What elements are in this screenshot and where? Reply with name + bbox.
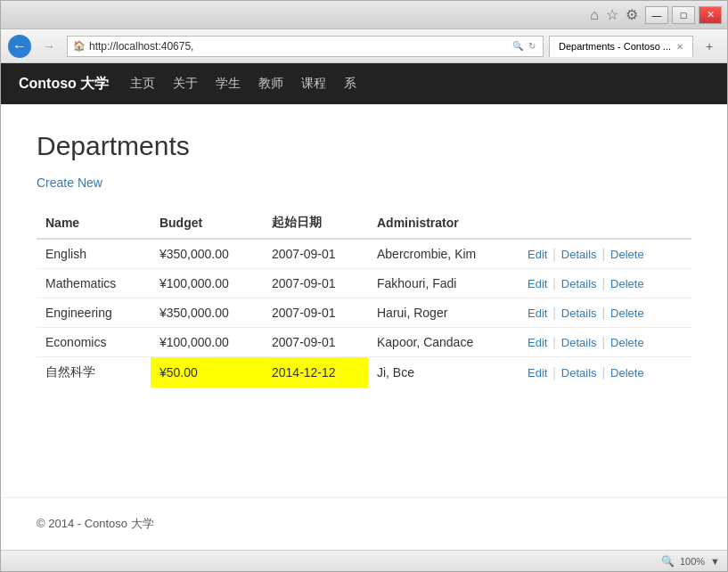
favorites-icon[interactable]: ☆ xyxy=(606,6,618,23)
title-bar: ⌂ ☆ ⚙ — □ ✕ xyxy=(1,1,727,29)
cell-name: Engineering xyxy=(37,298,151,328)
footer-text: © 2014 - Contoso 大学 xyxy=(37,517,154,530)
settings-icon[interactable]: ⚙ xyxy=(626,6,638,23)
cell-actions: Edit | Details | Delete xyxy=(519,357,691,388)
tab-close-button[interactable]: ✕ xyxy=(676,42,683,52)
cell-name: Mathematics xyxy=(37,269,151,298)
back-button[interactable]: ← xyxy=(8,35,31,58)
cell-actions: Edit | Details | Delete xyxy=(519,298,691,328)
edit-link[interactable]: Edit xyxy=(528,306,547,320)
cell-admin: Fakhouri, Fadi xyxy=(368,269,519,298)
action-separator: | xyxy=(599,335,609,349)
table-row: Engineering¥350,000.002007-09-01Harui, R… xyxy=(37,298,691,328)
footer: © 2014 - Contoso 大学 xyxy=(1,497,727,550)
tab-label: Departments - Contoso ... xyxy=(559,41,671,52)
cell-admin: Ji, Bce xyxy=(368,357,519,388)
nav-link-about[interactable]: 关于 xyxy=(173,76,198,92)
delete-link[interactable]: Delete xyxy=(610,248,644,261)
table-row: Economics¥100,000.002007-09-01Kapoor, Ca… xyxy=(37,328,691,357)
cell-name: Economics xyxy=(37,328,151,357)
action-separator: | xyxy=(549,306,559,320)
nav-link-courses[interactable]: 课程 xyxy=(301,76,326,92)
browser-toolbar-icons: ⌂ ☆ ⚙ xyxy=(583,6,645,23)
cell-name: 自然科学 xyxy=(37,357,151,388)
details-link[interactable]: Details xyxy=(561,366,597,380)
edit-link[interactable]: Edit xyxy=(528,277,547,290)
navigation-bar: Contoso 大学 主页 关于 学生 教师 课程 系 xyxy=(1,63,727,104)
forward-button[interactable]: → xyxy=(37,36,61,57)
cell-date: 2007-09-01 xyxy=(263,298,368,328)
cell-date: 2014-12-12 xyxy=(263,357,368,388)
table-row: English¥350,000.002007-09-01Abercrombie,… xyxy=(37,239,691,269)
table-row: Mathematics¥100,000.002007-09-01Fakhouri… xyxy=(37,269,691,298)
cell-name: English xyxy=(37,239,151,269)
main-content: Departments Create New Name Budget 起始日期 … xyxy=(1,104,727,488)
zoom-level[interactable]: 100% xyxy=(680,556,705,567)
nav-link-home[interactable]: 主页 xyxy=(130,76,155,92)
cell-admin: Kapoor, Candace xyxy=(368,328,519,357)
cell-actions: Edit | Details | Delete xyxy=(519,269,691,298)
active-tab[interactable]: Departments - Contoso ... ✕ xyxy=(549,36,693,57)
edit-link[interactable]: Edit xyxy=(528,336,547,349)
address-bar: ← → 🏠 http://localhost:40675, 🔍 ↻ Depart… xyxy=(1,29,727,63)
action-separator: | xyxy=(549,365,559,380)
details-link[interactable]: Details xyxy=(561,336,597,349)
create-new-link[interactable]: Create New xyxy=(37,176,102,190)
action-separator: | xyxy=(549,276,559,290)
nav-links: 主页 关于 学生 教师 课程 系 xyxy=(130,76,356,92)
url-text: http://localhost:40675, xyxy=(89,40,507,53)
url-input[interactable]: 🏠 http://localhost:40675, 🔍 ↻ xyxy=(67,36,544,57)
details-link[interactable]: Details xyxy=(561,306,597,320)
new-tab-button[interactable]: + xyxy=(699,36,720,57)
maximize-button[interactable]: □ xyxy=(672,6,695,24)
details-link[interactable]: Details xyxy=(561,277,597,290)
action-separator: | xyxy=(599,247,609,261)
col-header-admin: Administrator xyxy=(368,208,519,239)
cell-budget: ¥100,000.00 xyxy=(151,328,263,357)
table-row: 自然科学¥50.002014-12-12Ji, BceEdit | Detail… xyxy=(37,357,691,388)
departments-table: Name Budget 起始日期 Administrator English¥3… xyxy=(37,208,691,388)
action-separator: | xyxy=(599,276,609,290)
details-link[interactable]: Details xyxy=(561,248,597,261)
cell-date: 2007-09-01 xyxy=(263,239,368,269)
nav-link-teachers[interactable]: 教师 xyxy=(258,76,283,92)
page-content: Contoso 大学 主页 关于 学生 教师 课程 系 Departments … xyxy=(1,63,727,550)
cell-budget: ¥350,000.00 xyxy=(151,239,263,269)
nav-brand: Contoso 大学 xyxy=(19,75,109,94)
col-header-name: Name xyxy=(37,208,151,239)
cell-budget: ¥100,000.00 xyxy=(151,269,263,298)
action-separator: | xyxy=(599,306,609,320)
edit-link[interactable]: Edit xyxy=(528,248,547,261)
close-button[interactable]: ✕ xyxy=(699,6,722,24)
delete-link[interactable]: Delete xyxy=(610,336,644,349)
zoom-icon: 🔍 xyxy=(661,555,675,568)
delete-link[interactable]: Delete xyxy=(610,306,644,320)
cell-date: 2007-09-01 xyxy=(263,269,368,298)
cell-admin: Abercrombie, Kim xyxy=(368,239,519,269)
home-icon[interactable]: ⌂ xyxy=(590,7,599,23)
col-header-budget: Budget xyxy=(151,208,263,239)
page-icon: 🏠 xyxy=(73,40,86,52)
refresh-icon[interactable]: ↻ xyxy=(527,41,537,51)
delete-link[interactable]: Delete xyxy=(610,366,644,380)
cell-actions: Edit | Details | Delete xyxy=(519,328,691,357)
col-header-actions xyxy=(519,208,691,239)
zoom-dropdown-icon[interactable]: ▼ xyxy=(710,556,720,567)
action-separator: | xyxy=(549,247,559,261)
cell-budget: ¥50.00 xyxy=(151,357,263,388)
minimize-button[interactable]: — xyxy=(645,6,668,24)
edit-link[interactable]: Edit xyxy=(528,366,547,380)
status-bar: 🔍 100% ▼ xyxy=(1,550,727,571)
table-header-row: Name Budget 起始日期 Administrator xyxy=(37,208,691,239)
cell-actions: Edit | Details | Delete xyxy=(519,239,691,269)
search-url-icon[interactable]: 🔍 xyxy=(511,41,525,51)
nav-link-students[interactable]: 学生 xyxy=(216,76,241,92)
col-header-date: 起始日期 xyxy=(263,208,368,239)
page-title: Departments xyxy=(37,131,691,161)
delete-link[interactable]: Delete xyxy=(610,277,644,290)
action-separator: | xyxy=(599,365,609,380)
nav-link-departments[interactable]: 系 xyxy=(344,76,356,92)
action-separator: | xyxy=(549,335,559,349)
cell-date: 2007-09-01 xyxy=(263,328,368,357)
cell-budget: ¥350,000.00 xyxy=(151,298,263,328)
